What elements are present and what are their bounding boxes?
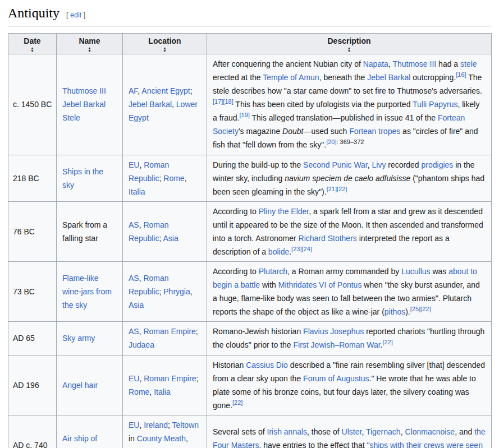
wiki-link[interactable]: Fortean tropes <box>349 127 400 136</box>
wiki-link[interactable]: Ulster <box>342 427 362 436</box>
wiki-link[interactable]: AF <box>129 86 138 95</box>
wiki-link[interactable]: Phrygia <box>163 287 190 296</box>
name-cell: Ships in the sky <box>57 155 123 201</box>
edit-link[interactable]: edit <box>70 11 81 19</box>
wiki-link[interactable]: EU <box>129 421 139 429</box>
reference-link[interactable]: [16] <box>456 71 466 78</box>
wiki-link[interactable]: AS <box>129 327 139 336</box>
header-date[interactable]: Date ▲▼ <box>8 34 57 54</box>
reference-link[interactable]: [22] <box>337 186 347 192</box>
wiki-link[interactable]: Jebel Barkal <box>129 100 172 109</box>
location-cell: AF, Ancient Egypt; Jebel Barkal, Lower E… <box>123 54 207 155</box>
wiki-link[interactable]: Cassius Dio <box>246 361 288 370</box>
wiki-link[interactable]: Lucullus <box>401 267 430 276</box>
wiki-link[interactable]: Second Punic War <box>303 160 368 169</box>
wiki-link[interactable]: EU <box>129 374 139 383</box>
location-cell: EU, Ireland; Teltown in County Meath, an… <box>123 415 207 448</box>
reference-link[interactable]: [23] <box>291 246 301 252</box>
wiki-link[interactable]: AS <box>129 274 139 283</box>
wiki-link[interactable]: Asia <box>163 234 178 243</box>
wiki-link[interactable]: AS <box>129 220 139 229</box>
wiki-link[interactable]: Richard Stothers <box>299 234 357 243</box>
wiki-link[interactable]: Jebel Barkal <box>367 73 410 82</box>
reference-link[interactable]: [22] <box>420 306 431 313</box>
text: ; <box>159 234 163 243</box>
wiki-link[interactable]: Ships in the sky <box>62 167 103 190</box>
wiki-link[interactable]: prodigies <box>422 160 454 169</box>
header-name[interactable]: Name ▲▼ <box>57 34 123 54</box>
location-cell: EU, Roman Republic; Rome, Italia <box>123 155 207 201</box>
date-cell: c. 1450 BC <box>8 54 57 155</box>
wiki-link[interactable]: Angel hair <box>62 381 98 390</box>
wiki-link[interactable]: Teltown <box>172 421 199 429</box>
text: was <box>431 267 449 276</box>
wiki-link[interactable]: Rome <box>129 387 149 396</box>
location-cell: AS, Roman Republic; Asia <box>123 201 207 261</box>
date-cell: AD 196 <box>8 355 57 415</box>
wiki-link[interactable]: EU <box>129 160 139 169</box>
header-description[interactable]: Description ▲▼ <box>207 34 492 54</box>
wiki-link[interactable]: Asia <box>129 301 144 310</box>
wiki-link[interactable]: Ireland <box>144 421 168 429</box>
wiki-link[interactable]: Napata <box>363 59 388 68</box>
wiki-link[interactable]: Pliny the Elder <box>259 207 309 216</box>
wiki-link[interactable]: Thutmose III Jebel Barkal Stele <box>62 86 106 122</box>
reference-link[interactable]: [17] <box>213 99 223 105</box>
text: 's magazine <box>239 127 282 136</box>
header-location-label: Location <box>125 36 204 45</box>
wiki-link[interactable]: pithos <box>384 307 405 316</box>
text: According to <box>213 267 259 276</box>
wiki-link[interactable]: Sky army <box>62 334 95 343</box>
text: , those of <box>307 427 341 436</box>
wiki-link[interactable]: Mithridates VI of Pontus <box>278 280 362 289</box>
text: ; <box>196 374 199 383</box>
wiki-link[interactable]: Flame-like wine-jars from the sky <box>62 274 112 310</box>
wiki-link[interactable]: Roman Empire <box>144 374 196 383</box>
wiki-link[interactable]: Temple of Amun <box>263 73 319 82</box>
wiki-link[interactable]: Ancient Egypt <box>141 86 190 95</box>
table-row: AD 65 Sky army AS, Roman Empire; Judaea … <box>8 322 492 355</box>
wiki-link[interactable]: First Jewish–Roman War <box>294 340 381 349</box>
wiki-link[interactable]: Tulli Papyrus <box>413 100 457 109</box>
header-location[interactable]: Location ▲▼ <box>123 34 207 54</box>
wiki-link[interactable]: stele <box>460 59 477 68</box>
section-heading: Antiquity[ edit ] <box>8 6 491 26</box>
wiki-link[interactable]: Flavius Josephus <box>303 327 364 336</box>
wiki-link[interactable]: Judaea <box>129 340 154 349</box>
description-cell: Romano-Jewish historian Flavius Josephus… <box>207 322 492 355</box>
reference-link[interactable]: [21] <box>327 186 337 192</box>
reference-link[interactable]: [22] <box>232 399 242 406</box>
reference-link[interactable]: [25] <box>410 306 420 313</box>
sort-icon: ▲▼ <box>125 47 204 52</box>
description-cell: During the build-up to the Second Punic … <box>207 155 492 201</box>
text: ; <box>168 421 172 429</box>
wiki-link[interactable]: Plutarch <box>259 267 287 276</box>
wiki-link[interactable]: Forum of Augustus <box>303 374 369 383</box>
reference-link[interactable]: [19] <box>239 112 249 119</box>
reference: [16] <box>456 71 466 78</box>
wiki-link[interactable]: Clonmacnoise <box>405 427 455 436</box>
location-cell: AS, Roman Empire; Judaea <box>123 322 207 355</box>
text: According to <box>213 207 259 216</box>
wiki-link[interactable]: Air ship of Clonmacnoise <box>62 434 112 448</box>
wiki-link[interactable]: Livy <box>372 160 386 169</box>
text: ; <box>196 327 198 336</box>
name-cell: Flame-like wine-jars from the sky <box>57 262 123 322</box>
name-cell: Thutmose III Jebel Barkal Stele <box>57 54 123 155</box>
wiki-link[interactable]: Thutmose III <box>392 59 436 68</box>
wiki-link[interactable]: Italia <box>129 187 145 196</box>
name-cell: Spark from a falling star <box>57 201 123 261</box>
reference-link[interactable]: [18] <box>223 99 233 105</box>
wiki-link[interactable]: Italia <box>154 387 171 396</box>
wiki-link[interactable]: County Meath <box>137 434 186 443</box>
wiki-link[interactable]: Rome <box>163 174 184 183</box>
wiki-link[interactable]: Irish annals <box>267 427 308 436</box>
reference-link[interactable]: [24] <box>301 246 312 252</box>
wiki-link[interactable]: bolide <box>268 247 289 256</box>
italic-text: navium speciem de caelo adfulsisse <box>285 174 410 183</box>
wiki-link[interactable]: Tigernach <box>366 427 401 436</box>
description-cell: Several sets of Irish annals, those of U… <box>207 415 492 448</box>
reference-link[interactable]: [22] <box>382 339 392 346</box>
wiki-link[interactable]: Roman Empire <box>143 327 195 336</box>
reference-link[interactable]: [20] <box>326 139 336 146</box>
